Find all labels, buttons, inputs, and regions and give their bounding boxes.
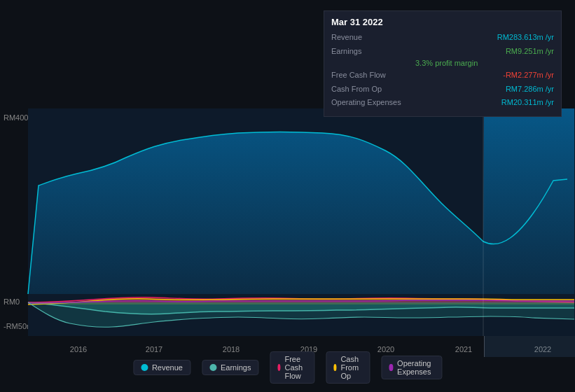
chart-legend: Revenue Earnings Free Cash Flow Cash Fro… — [133, 351, 442, 384]
legend-item-cashop[interactable]: Cash From Op — [326, 351, 370, 384]
tooltip-title: Mar 31 2022 — [331, 17, 554, 27]
legend-dot-revenue — [141, 364, 148, 371]
tooltip-value-earnings: RM9.251m /yr — [506, 46, 554, 57]
legend-item-earnings[interactable]: Earnings — [202, 360, 258, 375]
tooltip-value-cashop: RM7.286m /yr — [506, 83, 554, 95]
legend-label-earnings: Earnings — [221, 363, 251, 372]
legend-dot-opex — [389, 364, 393, 371]
tooltip-label-earnings: Earnings — [331, 46, 415, 57]
legend-label-cashop: Cash From Op — [340, 355, 362, 380]
tooltip-label-fcf: Free Cash Flow — [331, 69, 415, 81]
legend-dot-fcf — [277, 364, 280, 371]
tooltip: Mar 31 2022 Revenue RM283.613m /yr Earni… — [324, 10, 562, 117]
tooltip-row-opex: Operating Expenses RM20.311m /yr — [331, 97, 554, 108]
legend-label-fcf: Free Cash Flow — [284, 355, 307, 380]
tooltip-row-revenue: Revenue RM283.613m /yr — [331, 31, 554, 43]
tooltip-row-fcf: Free Cash Flow -RM2.277m /yr — [331, 69, 554, 81]
tooltip-row-cashop: Cash From Op RM7.286m /yr — [331, 83, 554, 95]
legend-item-revenue[interactable]: Revenue — [133, 360, 190, 375]
legend-dot-cashop — [333, 364, 336, 371]
tooltip-row-earnings: Earnings RM9.251m /yr — [331, 46, 554, 57]
tooltip-value-opex: RM20.311m /yr — [501, 97, 554, 108]
tooltip-label-opex: Operating Expenses — [331, 97, 415, 108]
profit-margin: 3.3% profit margin — [331, 59, 554, 67]
legend-dot-earnings — [209, 364, 216, 371]
tooltip-value-fcf: -RM2.277m /yr — [503, 69, 554, 81]
tooltip-label-cashop: Cash From Op — [331, 83, 415, 95]
chart-container: Mar 31 2022 Revenue RM283.613m /yr Earni… — [0, 0, 575, 392]
legend-item-fcf[interactable]: Free Cash Flow — [270, 351, 314, 384]
tooltip-label-revenue: Revenue — [331, 31, 415, 43]
legend-item-opex[interactable]: Operating Expenses — [382, 356, 442, 379]
legend-label-revenue: Revenue — [152, 363, 183, 372]
legend-label-opex: Operating Expenses — [397, 359, 434, 376]
tooltip-value-revenue: RM283.613m /yr — [497, 31, 554, 43]
